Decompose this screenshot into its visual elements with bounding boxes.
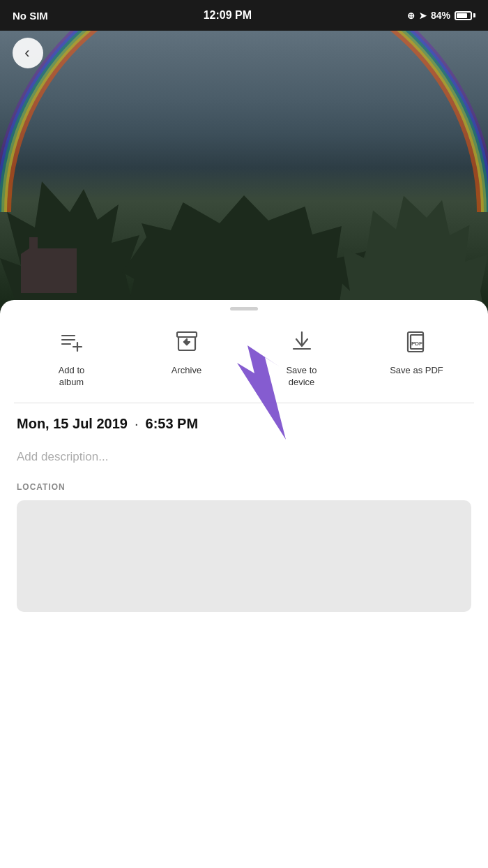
photo-meta: Mon, 15 Jul 2019 · 6:53 PM <box>0 403 488 440</box>
description-placeholder: Add description... <box>17 450 108 463</box>
photo-date-time: Mon, 15 Jul 2019 · 6:53 PM <box>17 416 471 432</box>
description-input[interactable]: Add description... <box>0 440 488 474</box>
location-label: LOCATION <box>17 482 471 492</box>
svg-text:PDF: PDF <box>411 341 422 347</box>
map-placeholder <box>17 500 471 612</box>
save-as-pdf-button[interactable]: PDF Save as PDF <box>389 324 445 377</box>
status-bar: No SIM 12:09 PM ⊕ ➤ 84% <box>0 0 488 31</box>
photo-area <box>0 0 488 335</box>
save-to-device-icon <box>284 324 319 359</box>
sheet-handle <box>230 307 258 310</box>
back-button[interactable]: ‹ <box>13 38 43 68</box>
bottom-sheet: Add toalbum Archive <box>0 300 488 868</box>
save-to-device-label: Save todevice <box>286 365 317 389</box>
archive-icon <box>169 324 204 359</box>
location-section: LOCATION <box>0 474 488 612</box>
battery-icon <box>455 11 475 20</box>
add-to-album-label: Add toalbum <box>59 365 85 389</box>
separator: · <box>135 416 139 432</box>
navigation-icon: ➤ <box>419 10 427 21</box>
archive-button[interactable]: Archive <box>159 324 215 377</box>
carrier-label: No SIM <box>13 10 48 22</box>
save-as-pdf-icon: PDF <box>399 324 434 359</box>
add-to-album-icon <box>54 324 89 359</box>
add-to-album-button[interactable]: Add toalbum <box>44 324 100 389</box>
battery-percent: 84% <box>431 10 450 21</box>
time-label: 6:53 PM <box>146 416 199 432</box>
action-row: Add toalbum Archive <box>0 324 488 403</box>
archive-label: Archive <box>171 365 201 377</box>
status-right: ⊕ ➤ 84% <box>407 10 475 21</box>
back-chevron-icon: ‹ <box>24 44 29 62</box>
time-label: 12:09 PM <box>204 9 252 22</box>
date-label: Mon, 15 Jul 2019 <box>17 416 128 432</box>
location-icon: ⊕ <box>407 10 415 21</box>
save-to-device-button[interactable]: Save todevice <box>274 324 330 389</box>
svg-rect-5 <box>177 332 197 337</box>
save-as-pdf-label: Save as PDF <box>390 365 443 377</box>
